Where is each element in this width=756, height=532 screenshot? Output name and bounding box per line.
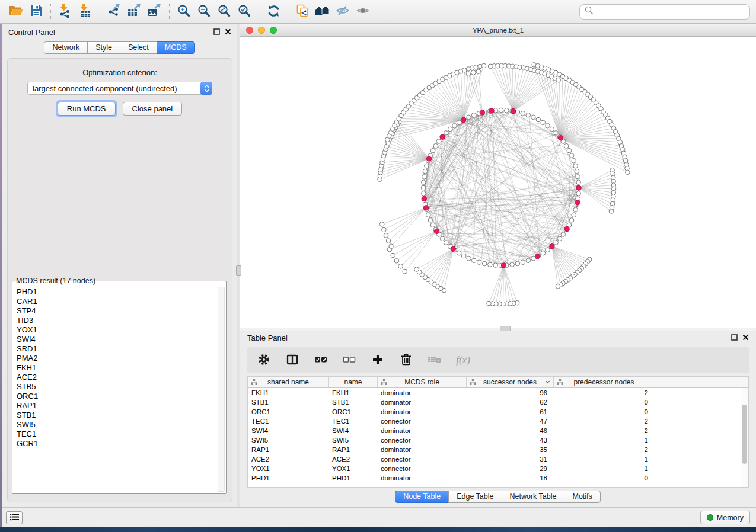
table-cell: FKH1 [328, 388, 377, 398]
memory-button[interactable]: Memory [700, 511, 750, 524]
add-column-button[interactable] [371, 353, 385, 367]
tab-network[interactable]: Network [44, 41, 88, 54]
tab-edge-table[interactable]: Edge Table [448, 491, 502, 503]
deselect-all-button[interactable] [342, 353, 356, 367]
table-cell: 1 [553, 454, 654, 464]
network-window-titlebar[interactable]: YPA_prune.txt_1 [240, 24, 756, 37]
mcds-result-item[interactable]: ORC1 [17, 392, 216, 401]
table-scrollbar-thumb[interactable] [742, 405, 747, 464]
mcds-result-item[interactable]: SWI5 [17, 420, 216, 430]
table-header-row: shared namenameMCDS rolesuccessor nodesp… [248, 377, 748, 388]
import-table-button[interactable] [75, 2, 95, 21]
table-panel-title: Table Panel [247, 334, 288, 342]
show-columns-button[interactable] [285, 353, 299, 367]
import-network-icon [58, 4, 72, 20]
export-network-button[interactable] [104, 2, 125, 21]
mcds-result-item[interactable]: TID3 [17, 316, 216, 325]
mcds-result-item[interactable]: GCR1 [17, 439, 216, 448]
table-cell: 46 [466, 426, 553, 435]
search-input[interactable] [597, 7, 745, 16]
column-header-MCDS-role[interactable]: MCDS role [377, 377, 466, 387]
mcds-result-item[interactable]: YOX1 [17, 325, 216, 335]
zoom-selected-button[interactable] [234, 2, 254, 21]
mcds-result-item[interactable]: SRD1 [17, 344, 216, 354]
copy-network-button[interactable] [292, 2, 312, 21]
table-row[interactable]: SWI4SWI4dominator462 [248, 426, 748, 435]
mcds-result-item[interactable]: STB1 [17, 411, 216, 420]
tab-motifs[interactable]: Motifs [564, 491, 600, 503]
tab-mcds[interactable]: MCDS [157, 41, 195, 54]
zoom-fit-button[interactable] [214, 2, 234, 21]
float-panel-icon[interactable] [213, 28, 220, 37]
close-panel-icon[interactable] [742, 334, 749, 342]
open-session-button[interactable] [6, 2, 26, 21]
table-cell: 1 [553, 435, 654, 445]
table-row[interactable]: PHD1PHD1dominator180 [248, 473, 748, 483]
table-row[interactable]: ORC1ORC1dominator610 [248, 407, 748, 416]
optimization-criterion-label: Optimization criterion: [8, 68, 232, 77]
mcds-result-item[interactable]: STB5 [17, 382, 216, 392]
save-session-button[interactable] [26, 2, 46, 21]
mcds-result-item[interactable]: PMA2 [17, 354, 216, 363]
mcds-result-item[interactable]: RAP1 [17, 401, 216, 411]
mcds-result-item[interactable]: SWI4 [17, 335, 216, 344]
run-mcds-button[interactable]: Run MCDS [58, 102, 116, 116]
table-cell: dominator [377, 473, 466, 483]
mcds-result-item[interactable]: FKH1 [17, 363, 216, 373]
table-cell: connector [377, 416, 466, 426]
delete-table-icon [428, 354, 442, 367]
table-scrollbar[interactable] [741, 388, 748, 487]
mcds-result-scrollbar[interactable] [218, 287, 225, 492]
network-canvas[interactable] [240, 37, 756, 328]
mcds-result-item[interactable]: STP4 [17, 306, 216, 316]
toolbar-separator [169, 4, 170, 20]
mcds-result-item[interactable]: PHD1 [17, 287, 216, 297]
table-row[interactable]: RAP1RAP1dominator352 [248, 445, 748, 454]
column-header-predecessor-nodes[interactable]: predecessor nodes [553, 377, 654, 387]
table-cell: PHD1 [248, 473, 328, 483]
table-cell: dominator [377, 388, 466, 398]
table-row[interactable]: ACE2ACE2connector311 [248, 454, 748, 464]
table-row[interactable]: YOX1YOX1connector291 [248, 464, 748, 473]
desktop-wallpaper-left [0, 24, 2, 527]
tab-select[interactable]: Select [120, 41, 157, 54]
export-image-icon [147, 4, 162, 20]
tab-network-table[interactable]: Network Table [502, 491, 565, 503]
combo-arrows-icon [200, 82, 212, 95]
criterion-select[interactable]: largest connected component (undirected) [27, 82, 212, 95]
table-settings-button[interactable] [257, 353, 271, 367]
mcds-result-item[interactable]: ACE2 [17, 373, 216, 382]
delete-row-button[interactable] [399, 353, 413, 367]
refresh-layout-button[interactable] [263, 2, 283, 21]
show-all-button[interactable] [353, 2, 373, 21]
close-panel-icon[interactable] [225, 28, 231, 37]
column-header-name[interactable]: name [328, 377, 377, 387]
export-image-button[interactable] [145, 2, 165, 21]
mcds-result-item[interactable]: TEC1 [17, 430, 216, 439]
hide-selected-button[interactable] [333, 2, 353, 21]
table-row[interactable]: SWI5SWI5connector431 [248, 435, 748, 445]
first-neighbors-button[interactable] [312, 2, 333, 21]
float-panel-icon[interactable] [731, 334, 738, 342]
zoom-in-button[interactable] [174, 2, 194, 21]
table-cell: ACE2 [328, 454, 377, 464]
trash-icon [400, 353, 413, 368]
column-header-shared-name[interactable]: shared name [248, 377, 328, 387]
table-row[interactable]: STB1STB1dominator620 [248, 398, 748, 407]
table-row[interactable]: TEC1TEC1connector472 [248, 416, 748, 426]
select-all-button[interactable] [314, 353, 328, 367]
zoom-out-button[interactable] [194, 2, 214, 21]
table-cell: 29 [466, 464, 553, 473]
tab-style[interactable]: Style [87, 41, 120, 54]
close-panel-button[interactable]: Close panel [123, 102, 183, 116]
mcds-result-item[interactable]: CAR1 [17, 297, 216, 306]
table-row[interactable]: FKH1FKH1dominator962 [248, 388, 748, 398]
export-table-button[interactable] [125, 2, 145, 21]
panel-menu-button[interactable] [6, 511, 23, 524]
column-header-successor-nodes[interactable]: successor nodes [466, 377, 553, 387]
splitter-handle[interactable] [236, 265, 241, 276]
tab-node-table[interactable]: Node Table [395, 491, 449, 503]
import-network-button[interactable] [55, 2, 75, 21]
copy-network-file-icon [296, 4, 310, 20]
memory-status-icon [707, 514, 713, 521]
